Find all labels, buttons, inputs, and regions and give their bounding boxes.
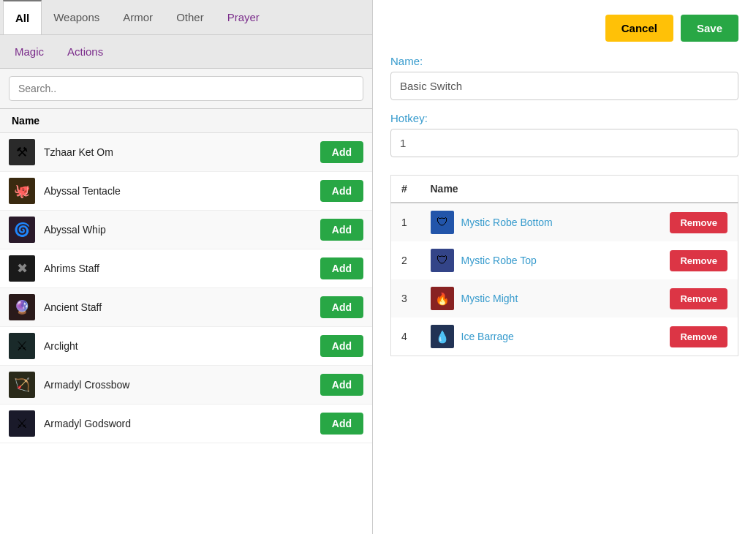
add-button-3[interactable]: Add [320, 257, 363, 279]
switch-item-name-3: Mystic Might [461, 293, 518, 304]
right-header: Cancel Save [390, 15, 738, 42]
remove-button-2[interactable]: Remove [670, 250, 727, 271]
item-name: Abyssal Whip [44, 224, 320, 236]
remove-button-3[interactable]: Remove [670, 288, 727, 309]
tab-actions[interactable]: Actions [56, 35, 115, 68]
tab-all[interactable]: All [3, 0, 42, 34]
name-label: Name: [390, 55, 738, 67]
list-item: 🌀 Abyssal Whip Add [0, 211, 372, 249]
tab-weapons[interactable]: Weapons [42, 1, 111, 34]
name-input[interactable] [390, 72, 738, 100]
switch-item-name-2: Mystic Robe Top [461, 255, 537, 266]
switch-name-cell-3: 🔥 Mystic Might [420, 279, 626, 317]
item-name: Armadyl Godsword [44, 418, 320, 429]
switch-item-name-1: Mystic Robe Bottom [461, 217, 553, 228]
remove-cell-4: Remove [625, 317, 738, 356]
item-icon: ⚔ [9, 333, 35, 359]
switch-icon-4: 💧 [431, 325, 454, 348]
switch-row-4: 4 💧 Ice Barrage Remove [391, 317, 738, 356]
hotkey-input[interactable] [390, 129, 738, 157]
add-button-1[interactable]: Add [320, 180, 363, 202]
remove-button-4[interactable]: Remove [670, 326, 727, 347]
list-item: ⚔ Armadyl Godsword Add [0, 405, 372, 443]
cancel-button[interactable]: Cancel [605, 15, 673, 42]
add-button-0[interactable]: Add [320, 141, 363, 163]
item-list: ⚒ Tzhaar Ket Om Add 🐙 Abyssal Tentacle A… [0, 133, 372, 534]
list-header: Name [0, 109, 372, 133]
switch-name-cell-2: 🛡 Mystic Robe Top [420, 241, 626, 279]
add-button-5[interactable]: Add [320, 335, 363, 357]
add-button-4[interactable]: Add [320, 296, 363, 318]
switch-row-3: 3 🔥 Mystic Might Remove [391, 279, 738, 317]
list-item: ⚒ Tzhaar Ket Om Add [0, 133, 372, 172]
tab-prayer[interactable]: Prayer [216, 1, 271, 34]
col-header-num: # [391, 176, 420, 203]
tab-row-1: All Weapons Armor Other Prayer [0, 0, 372, 35]
left-panel: All Weapons Armor Other Prayer Magic Act… [0, 0, 373, 534]
switch-num-4: 4 [391, 317, 420, 356]
switch-icon-2: 🛡 [431, 249, 454, 272]
switch-name-cell-1: 🛡 Mystic Robe Bottom [420, 203, 626, 241]
switch-table: # Name 1 🛡 Mystic Robe Bottom Remove [390, 175, 738, 356]
remove-cell-1: Remove [625, 203, 738, 241]
remove-button-1[interactable]: Remove [670, 212, 727, 233]
add-button-7[interactable]: Add [320, 413, 363, 435]
remove-cell-3: Remove [625, 279, 738, 317]
list-item: 🔮 Ancient Staff Add [0, 288, 372, 327]
item-name: Armadyl Crossbow [44, 379, 320, 391]
switch-row-2: 2 🛡 Mystic Robe Top Remove [391, 241, 738, 279]
tab-armor[interactable]: Armor [111, 1, 165, 34]
item-icon: 🐙 [9, 178, 35, 204]
item-icon: ⚔ [9, 410, 35, 437]
tab-row-2: Magic Actions [0, 35, 372, 69]
item-icon: ✖ [9, 255, 35, 282]
item-icon: 🔮 [9, 294, 35, 320]
switch-num-2: 2 [391, 241, 420, 279]
item-name: Abyssal Tentacle [44, 185, 320, 197]
switch-name-cell-4: 💧 Ice Barrage [420, 317, 626, 356]
col-header-name: Name [420, 176, 626, 203]
switch-num-1: 1 [391, 203, 420, 241]
item-name: Tzhaar Ket Om [44, 146, 320, 158]
remove-cell-2: Remove [625, 241, 738, 279]
hotkey-label: Hotkey: [390, 112, 738, 124]
list-item: 🐙 Abyssal Tentacle Add [0, 172, 372, 211]
item-icon: 🏹 [9, 372, 35, 398]
add-button-2[interactable]: Add [320, 219, 363, 241]
list-item: 🏹 Armadyl Crossbow Add [0, 366, 372, 405]
item-icon: ⚒ [9, 139, 35, 165]
switch-icon-1: 🛡 [431, 211, 454, 234]
item-name: Ancient Staff [44, 301, 320, 313]
item-name: Ahrims Staff [44, 263, 320, 274]
item-icon: 🌀 [9, 217, 35, 243]
item-name: Arclight [44, 340, 320, 352]
save-button[interactable]: Save [681, 15, 738, 42]
switch-num-3: 3 [391, 279, 420, 317]
add-button-6[interactable]: Add [320, 374, 363, 396]
search-input[interactable] [9, 76, 363, 101]
switch-icon-3: 🔥 [431, 287, 454, 310]
col-header-action [625, 176, 738, 203]
list-item: ⚔ Arclight Add [0, 327, 372, 366]
switch-row-1: 1 🛡 Mystic Robe Bottom Remove [391, 203, 738, 241]
switch-item-name-4: Ice Barrage [461, 331, 514, 342]
tab-other[interactable]: Other [165, 1, 216, 34]
search-container [0, 69, 372, 109]
right-panel: Cancel Save Name: Hotkey: # Name 1 🛡 Mys… [373, 0, 756, 534]
tab-magic[interactable]: Magic [3, 35, 56, 68]
list-item: ✖ Ahrims Staff Add [0, 249, 372, 288]
